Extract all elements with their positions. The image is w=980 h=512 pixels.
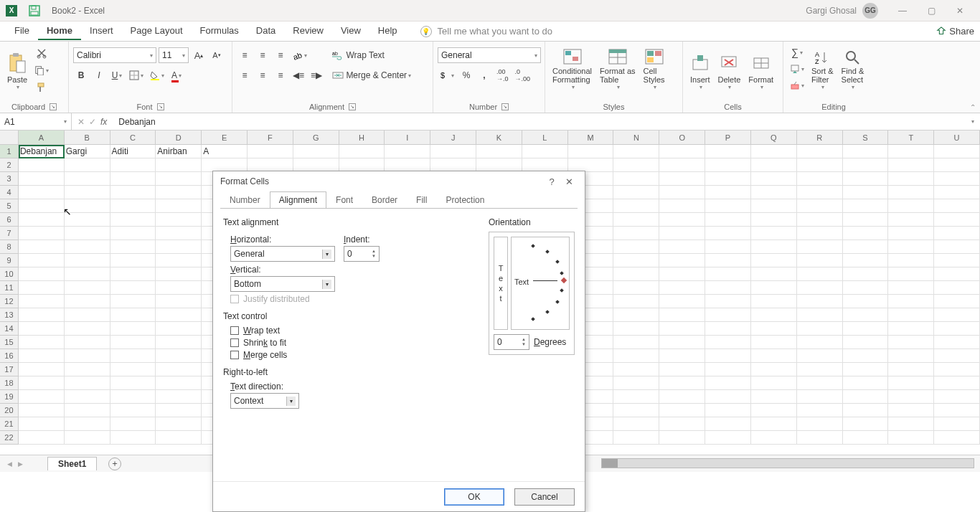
cell[interactable] (888, 186, 934, 199)
cell[interactable] (797, 390, 843, 404)
cell[interactable] (751, 431, 797, 445)
cell[interactable] (888, 213, 934, 227)
cell[interactable] (934, 281, 980, 295)
cell[interactable] (659, 186, 705, 199)
column-header[interactable]: U (934, 131, 980, 144)
cell[interactable] (659, 267, 705, 281)
cell[interactable] (797, 295, 843, 308)
cell[interactable] (156, 322, 202, 336)
cell[interactable] (888, 267, 934, 281)
cell[interactable] (751, 240, 797, 254)
menu-tab-formulas[interactable]: Formulas (192, 22, 248, 40)
cell[interactable] (934, 186, 980, 199)
cell[interactable] (705, 308, 751, 322)
cell[interactable] (659, 376, 705, 390)
dialog-tab-alignment[interactable]: Alignment (270, 191, 326, 209)
text-direction-select[interactable]: Context▾ (230, 393, 299, 409)
cell[interactable] (888, 254, 934, 267)
cell[interactable] (751, 172, 797, 186)
cell[interactable] (705, 322, 751, 336)
cell[interactable] (65, 417, 110, 431)
column-header[interactable]: B (65, 131, 110, 144)
cell[interactable] (934, 404, 980, 417)
cell[interactable] (888, 390, 934, 404)
cell[interactable] (934, 336, 980, 349)
orientation-dial[interactable]: Text (511, 237, 570, 330)
cell[interactable] (613, 213, 659, 227)
vertical-align-select[interactable]: Bottom▾ (230, 276, 335, 292)
cell[interactable] (934, 295, 980, 308)
cell[interactable] (65, 254, 110, 267)
column-header[interactable]: N (613, 131, 659, 144)
cell[interactable] (659, 213, 705, 227)
cell[interactable] (430, 145, 476, 158)
cell[interactable] (613, 158, 659, 172)
cell[interactable] (110, 349, 156, 363)
insert-cells-button[interactable]: Insert (687, 47, 713, 90)
cell[interactable] (797, 404, 843, 417)
menu-tab-review[interactable]: Review (284, 22, 332, 40)
cell[interactable] (888, 404, 934, 417)
cell[interactable] (705, 281, 751, 295)
cell[interactable] (705, 199, 751, 213)
formula-input[interactable]: Debanjan (113, 117, 966, 127)
row-header[interactable]: 2 (0, 158, 19, 172)
clipboard-launcher[interactable]: ↘ (50, 103, 57, 110)
indent-spinner[interactable]: 0▲▼ (344, 246, 380, 262)
menu-tab-data[interactable]: Data (248, 22, 284, 40)
column-header[interactable]: R (797, 131, 843, 144)
cell[interactable] (65, 431, 110, 445)
cell[interactable] (705, 240, 751, 254)
cell[interactable] (843, 199, 889, 213)
dialog-tab-fill[interactable]: Fill (407, 191, 436, 209)
collapse-ribbon-button[interactable]: ⌃ (970, 103, 976, 111)
cell[interactable] (19, 404, 65, 417)
column-header[interactable]: H (339, 131, 385, 144)
cell[interactable] (797, 240, 843, 254)
cell[interactable] (934, 417, 980, 431)
accounting-format-button[interactable]: $ (438, 67, 456, 83)
menu-tab-page-layout[interactable]: Page Layout (122, 22, 192, 40)
share-button[interactable]: Share (936, 26, 974, 37)
horizontal-scrollbar[interactable] (601, 458, 974, 468)
row-header[interactable]: 22 (0, 431, 19, 445)
save-icon[interactable] (29, 5, 40, 16)
cancel-formula-icon[interactable]: ✕ (77, 117, 85, 127)
cell[interactable] (110, 186, 156, 199)
cell[interactable] (888, 417, 934, 431)
row-header[interactable]: 3 (0, 172, 19, 186)
cell[interactable] (751, 254, 797, 267)
cell[interactable] (843, 227, 889, 240)
cell[interactable] (19, 349, 65, 363)
row-header[interactable]: 8 (0, 240, 19, 254)
column-header[interactable]: S (843, 131, 889, 144)
cell[interactable] (19, 240, 65, 254)
cell[interactable] (888, 199, 934, 213)
cell[interactable] (19, 417, 65, 431)
cell[interactable] (110, 281, 156, 295)
increase-decimal-button[interactable]: .00→.0 (494, 67, 511, 83)
cell[interactable] (843, 390, 889, 404)
decrease-font-button[interactable]: A▾ (209, 47, 225, 63)
cell[interactable]: Gargi (65, 145, 110, 158)
cell[interactable] (888, 322, 934, 336)
cell-styles-button[interactable]: Cell Styles (641, 47, 668, 90)
cell[interactable] (843, 254, 889, 267)
maximize-button[interactable]: ▢ (917, 2, 946, 19)
cell[interactable] (751, 390, 797, 404)
cell[interactable] (843, 145, 889, 158)
cell[interactable] (65, 322, 110, 336)
cell[interactable] (797, 363, 843, 376)
cell[interactable] (110, 431, 156, 445)
cell[interactable] (934, 376, 980, 390)
row-header[interactable]: 6 (0, 213, 19, 227)
cell[interactable] (934, 158, 980, 172)
cell[interactable] (934, 213, 980, 227)
cell[interactable] (110, 199, 156, 213)
cell[interactable] (934, 254, 980, 267)
cell[interactable] (110, 254, 156, 267)
column-header[interactable]: D (156, 131, 202, 144)
cell[interactable] (19, 213, 65, 227)
increase-font-button[interactable]: A▴ (191, 47, 207, 63)
align-right-button[interactable]: ≡ (273, 67, 288, 83)
